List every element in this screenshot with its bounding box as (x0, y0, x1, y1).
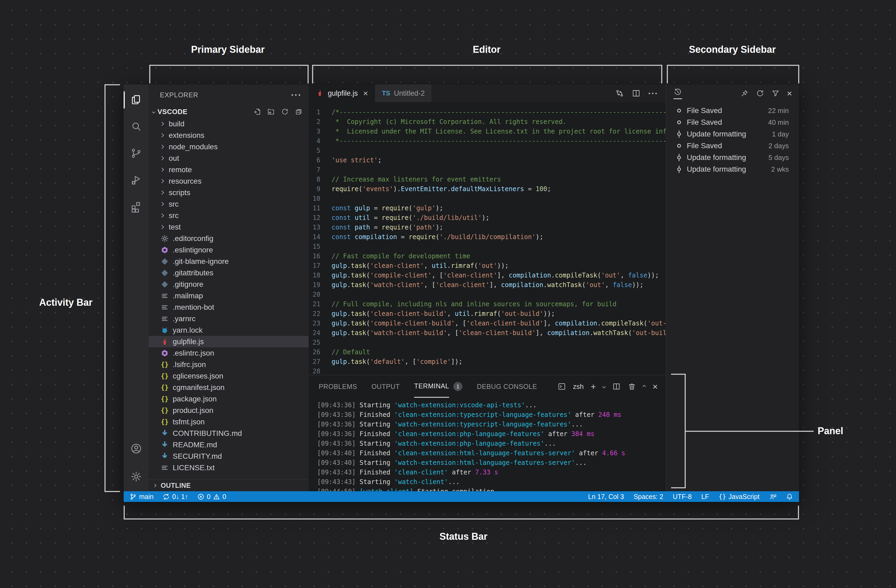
code-line-26: 26// Default (309, 347, 666, 357)
eol[interactable]: LF (701, 493, 709, 501)
tree-item-resources[interactable]: resources (149, 175, 309, 187)
collapse-all-icon[interactable] (295, 108, 303, 116)
trash-icon[interactable] (628, 382, 636, 391)
git-icon (160, 269, 169, 277)
terminal-count-badge: 1 (453, 382, 462, 391)
tree-item-src[interactable]: src (149, 198, 309, 210)
cursor-position[interactable]: Ln 17, Col 3 (588, 493, 624, 501)
tree-item-.git-blame-ignore[interactable]: .git-blame-ignore (149, 256, 309, 267)
close-icon[interactable]: × (363, 88, 368, 98)
tree-item-test[interactable]: test (149, 221, 309, 233)
source-control-icon[interactable] (123, 140, 149, 167)
tree-item-gulpfile.js[interactable]: gulpfile.js (149, 336, 309, 347)
branch-status[interactable]: main (130, 493, 154, 501)
chevron-right-icon (160, 225, 164, 229)
open-changes-icon[interactable] (615, 89, 624, 98)
terminal-output[interactable]: [09:43:36] Starting 'watch-extension:vsc… (309, 398, 666, 491)
chevron-right-icon (160, 213, 164, 218)
code-editor[interactable]: 1/*-------------------------------------… (309, 102, 666, 375)
tree-item-extensions[interactable]: extensions (149, 129, 309, 141)
problems-status[interactable]: 0 0 (197, 493, 226, 501)
panel-tab-problems[interactable]: PROBLEMS (319, 375, 357, 398)
editor-group: gulpfile.js × TS Untitled-2 ··· 1/*-----… (309, 84, 666, 491)
tree-item-product.json[interactable]: {}product.json (149, 405, 309, 416)
panel-tab-output[interactable]: OUTPUT (372, 375, 400, 398)
tab-gulpfile[interactable]: gulpfile.js × (309, 84, 375, 102)
tab-bar: gulpfile.js × TS Untitled-2 ··· (309, 84, 666, 102)
tree-item-package.json[interactable]: {}package.json (149, 393, 309, 405)
indentation[interactable]: Spaces: 2 (634, 493, 663, 501)
tree-item-remote[interactable]: remote (149, 164, 309, 175)
tree-item-.editorconfig[interactable]: .editorconfig (149, 233, 309, 244)
language-mode[interactable]: {} JavaScript (719, 493, 760, 501)
close-icon[interactable]: × (652, 382, 658, 391)
close-icon[interactable]: × (787, 89, 792, 98)
files-icon[interactable] (123, 87, 149, 113)
panel-tab-terminal[interactable]: TERMINAL1 (414, 375, 462, 398)
git-icon (160, 280, 169, 288)
tree-item-scripts[interactable]: scripts (149, 187, 309, 198)
outline-section[interactable]: OUTLINE (149, 480, 309, 491)
tree-item-.yarnrc[interactable]: .yarnrc (149, 313, 309, 324)
run-debug-icon[interactable] (123, 167, 149, 193)
panel-tab-debug-console[interactable]: DEBUG CONSOLE (477, 375, 537, 398)
tree-item-.mention-bot[interactable]: .mention-bot (149, 302, 309, 313)
notifications-status[interactable] (786, 493, 793, 500)
filter-icon[interactable] (771, 89, 780, 98)
section-header-vscode[interactable]: VSCODE (149, 105, 309, 118)
timeline-item-1[interactable]: File Saved22 min (666, 105, 799, 116)
refresh-icon[interactable] (281, 108, 289, 116)
ellipsis-icon[interactable]: ··· (648, 88, 658, 98)
tree-item-node_modules[interactable]: node_modules (149, 141, 309, 152)
chevron-down-icon[interactable] (602, 385, 606, 388)
account-icon[interactable] (123, 435, 149, 462)
vscode-window: EXPLORER ··· VSCODE buildextensionsnode_… (123, 84, 799, 502)
extensions-icon[interactable] (123, 193, 149, 220)
search-icon[interactable] (123, 113, 149, 140)
tree-item-README.md[interactable]: README.md (149, 439, 309, 451)
tree-item-.gitignore[interactable]: .gitignore (149, 279, 309, 290)
sync-status[interactable]: 0↓ 1↑ (163, 493, 188, 501)
chevron-up-icon[interactable] (643, 385, 646, 388)
tree-item-yarn.lock[interactable]: yarn.lock (149, 324, 309, 336)
code-line-1: 1/*-------------------------------------… (309, 107, 666, 117)
tree-item-LICENSE.txt[interactable]: LICENSE.txt (149, 462, 309, 474)
sync-icon (163, 493, 170, 500)
tree-item-SECURITY.md[interactable]: SECURITY.md (149, 451, 309, 462)
new-folder-icon[interactable] (267, 108, 275, 116)
tree-item-build[interactable]: build (149, 118, 309, 129)
tree-item-.eslintignore[interactable]: .eslintignore (149, 244, 309, 256)
split-editor-icon[interactable] (632, 89, 641, 98)
bracket-secondary-sidebar (667, 65, 799, 84)
settings-gear-icon[interactable] (123, 462, 149, 491)
feedback-status[interactable] (769, 493, 776, 500)
timeline-item-5[interactable]: Update formatting5 days (666, 152, 799, 163)
tree-item-.mailmap[interactable]: .mailmap (149, 290, 309, 302)
add-icon[interactable]: + (591, 382, 596, 391)
encoding[interactable]: UTF-8 (673, 493, 692, 501)
tree-item-.lsifrc.json[interactable]: {}.lsifrc.json (149, 359, 309, 370)
tree-item-src[interactable]: src (149, 210, 309, 221)
split-terminal-icon[interactable] (612, 382, 621, 391)
timeline-item-4[interactable]: File Saved2 days (666, 140, 799, 152)
tree-item-tsfmt.json[interactable]: {}tsfmt.json (149, 416, 309, 428)
pin-icon[interactable] (741, 89, 749, 98)
tree-item-.gitattributes[interactable]: .gitattributes (149, 267, 309, 279)
tree-item-.eslintrc.json[interactable]: .eslintrc.json (149, 347, 309, 359)
tree-item-out[interactable]: out (149, 152, 309, 164)
timeline-item-3[interactable]: Update formatting1 day (666, 128, 799, 140)
tree-item-cglicenses.json[interactable]: {}cglicenses.json (149, 370, 309, 382)
tree-item-cgmanifest.json[interactable]: {}cgmanifest.json (149, 382, 309, 393)
timeline-item-2[interactable]: File Saved40 min (666, 116, 799, 128)
tree-item-CONTRIBUTING.md[interactable]: CONTRIBUTING.md (149, 428, 309, 439)
refresh-icon[interactable] (756, 89, 764, 98)
timeline-item-6[interactable]: Update formatting2 wks (666, 163, 799, 175)
terminal-icon[interactable] (558, 382, 566, 391)
code-line-8: 8// Increase max listeners for event emi… (309, 175, 666, 184)
tab-untitled-2[interactable]: TS Untitled-2 (375, 84, 431, 102)
outline-title: OUTLINE (161, 481, 191, 489)
history-icon[interactable] (674, 88, 682, 99)
new-file-icon[interactable] (253, 108, 261, 116)
code-line-18: 18gulp.task('compile-client', ['clean-cl… (309, 271, 666, 280)
ellipsis-icon[interactable]: ··· (291, 90, 302, 100)
